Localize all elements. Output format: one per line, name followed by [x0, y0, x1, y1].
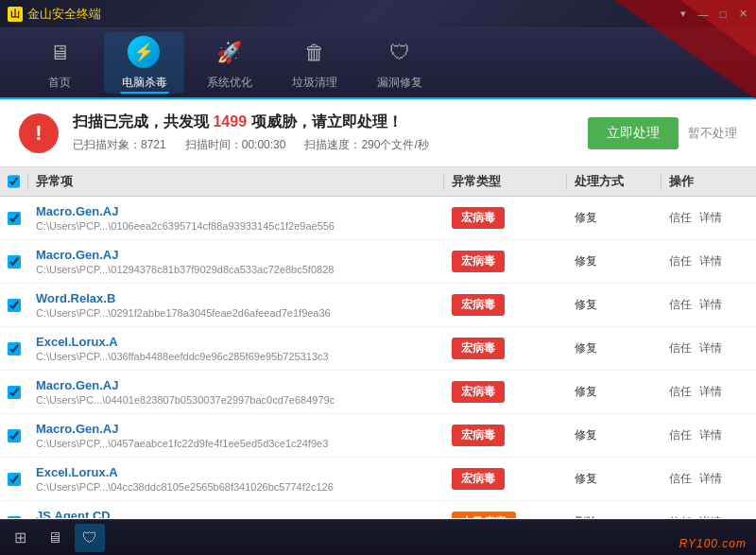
wifi-icon[interactable]: ▾: [675, 7, 692, 22]
threat-badge-6: 宏病毒: [452, 468, 505, 490]
ops-信任-6[interactable]: 信任: [669, 471, 692, 487]
row-type-5: 宏病毒: [444, 425, 567, 446]
row-check-3[interactable]: [0, 342, 28, 356]
row-type-0: 宏病毒: [444, 207, 567, 229]
row-checkbox-5[interactable]: [8, 429, 21, 442]
row-check-5[interactable]: [0, 429, 28, 442]
alert-title: 扫描已完成，共发现 1499 项威胁，请立即处理！: [73, 113, 574, 132]
watermark: RY100.com: [679, 537, 747, 550]
close-button[interactable]: ✕: [734, 7, 751, 22]
row-check-1[interactable]: [0, 255, 28, 269]
virus-icon: [128, 36, 162, 70]
nav-item-clean[interactable]: 🗑 垃圾清理: [274, 32, 354, 94]
file-name-4: Macro.Gen.AJ: [36, 378, 118, 392]
window-controls: ▾ — □ ✕: [675, 7, 751, 22]
ops-详情-3[interactable]: 详情: [699, 340, 722, 356]
table-row: Macro.Gen.AJ C:\Users\PC...\04401e823807…: [0, 371, 756, 414]
clean-icon: 🗑: [298, 36, 332, 70]
ops-信任-0[interactable]: 信任: [669, 210, 692, 226]
row-check-2[interactable]: [0, 299, 28, 312]
row-ops-3: 信任 详情: [662, 340, 756, 356]
row-checkbox-4[interactable]: [8, 386, 21, 399]
nav-item-virus[interactable]: 电脑杀毒: [104, 32, 184, 94]
row-check-7[interactable]: [0, 516, 28, 519]
row-checkbox-1[interactable]: [8, 255, 21, 269]
ops-详情-1[interactable]: 详情: [699, 253, 722, 269]
file-name-7: JS.Agent.CD: [36, 509, 111, 518]
ops-详情-0[interactable]: 详情: [699, 210, 722, 226]
action-label-2: 修复: [575, 297, 597, 313]
nav-item-optimize[interactable]: 🚀 系统优化: [189, 32, 269, 94]
row-checkbox-0[interactable]: [8, 212, 21, 225]
ops-信任-4[interactable]: 信任: [669, 384, 692, 400]
threat-badge-3: 宏病毒: [452, 338, 505, 359]
header-action: 处理方式: [567, 173, 662, 190]
row-type-2: 宏病毒: [444, 294, 567, 316]
row-name-0: Macro.Gen.AJ C:\Users\PCP...\0106eea2c63…: [28, 204, 444, 232]
action-label-7: 删除: [575, 514, 597, 518]
header-anomaly: 异常项: [28, 173, 444, 190]
nav-item-repair[interactable]: 🛡 漏洞修复: [359, 32, 439, 94]
row-type-6: 宏病毒: [444, 468, 567, 490]
taskbar-security[interactable]: 🛡: [75, 524, 105, 552]
file-name-6: Excel.Lorux.A: [36, 465, 118, 479]
scanned-label: 已扫描对象：8721: [73, 137, 166, 153]
optimize-icon: 🚀: [213, 36, 247, 70]
ops-详情-7[interactable]: 详情: [699, 514, 722, 518]
row-type-3: 宏病毒: [444, 338, 567, 359]
row-checkbox-3[interactable]: [8, 342, 21, 356]
minimize-button[interactable]: —: [695, 7, 712, 22]
app-title: 金山安全终端: [27, 6, 101, 23]
app-logo: 山 金山安全终端: [8, 6, 101, 23]
row-check-6[interactable]: [0, 473, 28, 486]
nav-label-virus: 电脑杀毒: [122, 75, 167, 91]
row-checkbox-6[interactable]: [8, 473, 21, 486]
row-ops-5: 信任 详情: [662, 427, 756, 443]
file-path-4: C:\Users\PC...\04401e823807b0530037e2997…: [36, 394, 335, 406]
header-check[interactable]: [0, 173, 28, 190]
row-action-4: 修复: [567, 384, 662, 400]
table-header: 异常项 异常类型 处理方式 操作: [0, 167, 756, 197]
threat-badge-0: 宏病毒: [452, 207, 505, 229]
ops-详情-2[interactable]: 详情: [699, 297, 722, 313]
row-name-7: JS.Agent.CD C:\Users\PC...\04d51f2b3e30a…: [28, 509, 444, 518]
ops-详情-6[interactable]: 详情: [699, 471, 722, 487]
ops-信任-3[interactable]: 信任: [669, 340, 692, 356]
nav-label-optimize: 系统优化: [207, 75, 252, 91]
alert-subtitle: 已扫描对象：8721 扫描时间：00:00:30 扫描速度：290个文件/秒: [73, 137, 574, 153]
table-row: Macro.Gen.AJ C:\Users\PCP...\0457aeabce1…: [0, 414, 756, 458]
taskbar-desktop[interactable]: 🖥: [40, 524, 70, 552]
ops-信任-1[interactable]: 信任: [669, 253, 692, 269]
action-label-0: 修复: [575, 210, 597, 226]
ops-详情-4[interactable]: 详情: [699, 384, 722, 400]
row-action-5: 修复: [567, 427, 662, 443]
ops-详情-5[interactable]: 详情: [699, 427, 722, 443]
row-check-4[interactable]: [0, 386, 28, 399]
maximize-button[interactable]: □: [714, 7, 731, 22]
alert-actions: 立即处理 暂不处理: [588, 117, 737, 149]
row-ops-0: 信任 详情: [662, 210, 756, 226]
taskbar-start[interactable]: ⊞: [5, 524, 35, 552]
row-type-7: 木马病毒: [444, 512, 567, 518]
ops-信任-2[interactable]: 信任: [669, 297, 692, 313]
home-icon: 🖥: [43, 36, 77, 70]
nav-item-home[interactable]: 🖥 首页: [19, 32, 99, 94]
row-checkbox-2[interactable]: [8, 299, 21, 312]
alert-text-block: 扫描已完成，共发现 1499 项威胁，请立即处理！ 已扫描对象：8721 扫描时…: [73, 113, 574, 153]
ops-信任-5[interactable]: 信任: [669, 427, 692, 443]
table-row: Excel.Lorux.A C:\Users\PCP...\04cc38ddc8…: [0, 458, 756, 501]
fix-now-button[interactable]: 立即处理: [588, 117, 679, 149]
action-label-3: 修复: [575, 340, 597, 356]
action-label-1: 修复: [575, 253, 597, 269]
nav-label-clean: 垃圾清理: [292, 75, 337, 91]
select-all-checkbox[interactable]: [8, 175, 20, 188]
row-check-0[interactable]: [0, 212, 28, 225]
ignore-button[interactable]: 暂不处理: [688, 125, 737, 142]
file-path-1: C:\Users\PCP...\01294378c81b37f9029d8ca5…: [36, 264, 334, 275]
repair-icon: 🛡: [383, 36, 417, 70]
scan-time: 扫描时间：00:00:30: [185, 137, 286, 153]
ops-信任-7[interactable]: 信任: [669, 514, 692, 518]
row-checkbox-7[interactable]: [8, 516, 21, 519]
alert-banner: ! 扫描已完成，共发现 1499 项威胁，请立即处理！ 已扫描对象：8721 扫…: [0, 99, 756, 167]
table-row: Excel.Lorux.A C:\Users\PCP...\036ffab448…: [0, 327, 756, 371]
